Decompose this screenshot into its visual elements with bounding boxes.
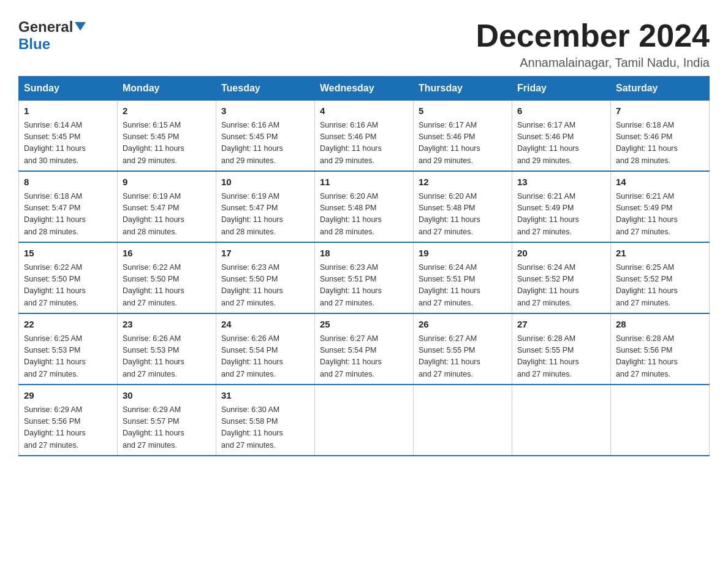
day-number: 10 (221, 175, 309, 190)
day-info: Sunrise: 6:26 AM Sunset: 5:54 PM Dayligh… (221, 333, 309, 381)
day-info: Sunrise: 6:21 AM Sunset: 5:49 PM Dayligh… (616, 191, 704, 239)
calendar-cell: 21 Sunrise: 6:25 AM Sunset: 5:52 PM Dayl… (611, 242, 710, 313)
day-info: Sunrise: 6:16 AM Sunset: 5:45 PM Dayligh… (221, 120, 309, 167)
day-info: Sunrise: 6:22 AM Sunset: 5:50 PM Dayligh… (123, 262, 211, 310)
calendar-cell: 24 Sunrise: 6:26 AM Sunset: 5:54 PM Dayl… (216, 313, 315, 385)
day-info: Sunrise: 6:16 AM Sunset: 5:46 PM Dayligh… (320, 120, 408, 167)
day-number: 8 (24, 175, 112, 190)
day-number: 15 (24, 247, 112, 261)
calendar-cell: 11 Sunrise: 6:20 AM Sunset: 5:48 PM Dayl… (315, 171, 414, 242)
day-number: 17 (221, 247, 309, 261)
logo-blue: Blue (18, 36, 50, 52)
calendar-week-4: 22 Sunrise: 6:25 AM Sunset: 5:53 PM Dayl… (19, 313, 710, 385)
day-info: Sunrise: 6:17 AM Sunset: 5:46 PM Dayligh… (419, 120, 507, 167)
calendar-cell: 10 Sunrise: 6:19 AM Sunset: 5:47 PM Dayl… (216, 171, 315, 242)
logo-general: General (18, 18, 73, 36)
day-number: 9 (123, 175, 211, 190)
calendar-header-friday: Friday (512, 77, 611, 101)
calendar-header-monday: Monday (118, 77, 216, 101)
day-info: Sunrise: 6:27 AM Sunset: 5:55 PM Dayligh… (419, 333, 507, 381)
calendar-header-tuesday: Tuesday (216, 77, 315, 101)
day-number: 13 (517, 175, 605, 190)
calendar-cell: 23 Sunrise: 6:26 AM Sunset: 5:53 PM Dayl… (118, 313, 216, 385)
calendar-cell: 18 Sunrise: 6:23 AM Sunset: 5:51 PM Dayl… (315, 242, 414, 313)
calendar-cell: 13 Sunrise: 6:21 AM Sunset: 5:49 PM Dayl… (512, 171, 611, 242)
calendar-cell: 15 Sunrise: 6:22 AM Sunset: 5:50 PM Dayl… (19, 242, 118, 313)
calendar-cell: 2 Sunrise: 6:15 AM Sunset: 5:45 PM Dayli… (118, 101, 216, 172)
day-number: 29 (24, 389, 112, 403)
calendar-cell: 28 Sunrise: 6:28 AM Sunset: 5:56 PM Dayl… (611, 313, 710, 385)
day-number: 26 (419, 318, 507, 332)
day-number: 23 (123, 318, 211, 332)
day-info: Sunrise: 6:19 AM Sunset: 5:47 PM Dayligh… (123, 191, 211, 239)
calendar-cell: 30 Sunrise: 6:29 AM Sunset: 5:57 PM Dayl… (118, 385, 216, 456)
calendar-week-2: 8 Sunrise: 6:18 AM Sunset: 5:47 PM Dayli… (19, 171, 710, 242)
day-number: 14 (616, 175, 704, 190)
day-info: Sunrise: 6:24 AM Sunset: 5:51 PM Dayligh… (419, 262, 507, 310)
day-number: 28 (616, 318, 704, 332)
calendar-cell (512, 385, 611, 456)
day-info: Sunrise: 6:22 AM Sunset: 5:50 PM Dayligh… (24, 262, 112, 310)
day-number: 2 (123, 104, 211, 118)
day-number: 19 (419, 247, 507, 261)
day-number: 7 (616, 104, 704, 118)
day-info: Sunrise: 6:29 AM Sunset: 5:57 PM Dayligh… (123, 404, 211, 452)
calendar-cell: 20 Sunrise: 6:24 AM Sunset: 5:52 PM Dayl… (512, 242, 611, 313)
calendar-cell: 14 Sunrise: 6:21 AM Sunset: 5:49 PM Dayl… (611, 171, 710, 242)
calendar-header-wednesday: Wednesday (315, 77, 414, 101)
calendar-cell: 6 Sunrise: 6:17 AM Sunset: 5:46 PM Dayli… (512, 101, 611, 172)
calendar-cell: 8 Sunrise: 6:18 AM Sunset: 5:47 PM Dayli… (19, 171, 118, 242)
day-info: Sunrise: 6:28 AM Sunset: 5:55 PM Dayligh… (517, 333, 605, 381)
calendar-week-1: 1 Sunrise: 6:14 AM Sunset: 5:45 PM Dayli… (19, 101, 710, 172)
day-number: 21 (616, 247, 704, 261)
day-number: 25 (320, 318, 408, 332)
calendar-week-5: 29 Sunrise: 6:29 AM Sunset: 5:56 PM Dayl… (19, 385, 710, 456)
page-title: December 2024 (476, 18, 710, 53)
day-number: 5 (419, 104, 507, 118)
day-info: Sunrise: 6:27 AM Sunset: 5:54 PM Dayligh… (320, 333, 408, 381)
day-number: 22 (24, 318, 112, 332)
day-info: Sunrise: 6:20 AM Sunset: 5:48 PM Dayligh… (419, 191, 507, 239)
calendar-cell: 3 Sunrise: 6:16 AM Sunset: 5:45 PM Dayli… (216, 101, 315, 172)
day-number: 6 (517, 104, 605, 118)
day-info: Sunrise: 6:18 AM Sunset: 5:47 PM Dayligh… (24, 191, 112, 239)
calendar-cell: 27 Sunrise: 6:28 AM Sunset: 5:55 PM Dayl… (512, 313, 611, 385)
day-info: Sunrise: 6:19 AM Sunset: 5:47 PM Dayligh… (221, 191, 309, 239)
day-info: Sunrise: 6:21 AM Sunset: 5:49 PM Dayligh… (517, 191, 605, 239)
day-info: Sunrise: 6:28 AM Sunset: 5:56 PM Dayligh… (616, 333, 704, 381)
calendar-header-row: SundayMondayTuesdayWednesdayThursdayFrid… (19, 77, 710, 101)
day-number: 12 (419, 175, 507, 190)
calendar-cell (315, 385, 414, 456)
day-number: 1 (24, 104, 112, 118)
calendar-cell: 22 Sunrise: 6:25 AM Sunset: 5:53 PM Dayl… (19, 313, 118, 385)
calendar-cell: 1 Sunrise: 6:14 AM Sunset: 5:45 PM Dayli… (19, 101, 118, 172)
calendar-cell: 29 Sunrise: 6:29 AM Sunset: 5:56 PM Dayl… (19, 385, 118, 456)
day-info: Sunrise: 6:14 AM Sunset: 5:45 PM Dayligh… (24, 120, 112, 167)
day-info: Sunrise: 6:18 AM Sunset: 5:46 PM Dayligh… (616, 120, 704, 167)
calendar-cell: 25 Sunrise: 6:27 AM Sunset: 5:54 PM Dayl… (315, 313, 414, 385)
day-info: Sunrise: 6:17 AM Sunset: 5:46 PM Dayligh… (517, 120, 605, 167)
calendar-cell: 4 Sunrise: 6:16 AM Sunset: 5:46 PM Dayli… (315, 101, 414, 172)
day-info: Sunrise: 6:20 AM Sunset: 5:48 PM Dayligh… (320, 191, 408, 239)
day-number: 24 (221, 318, 309, 332)
day-number: 31 (221, 389, 309, 403)
calendar-cell: 19 Sunrise: 6:24 AM Sunset: 5:51 PM Dayl… (414, 242, 512, 313)
calendar-cell: 26 Sunrise: 6:27 AM Sunset: 5:55 PM Dayl… (414, 313, 512, 385)
day-number: 20 (517, 247, 605, 261)
calendar-cell: 17 Sunrise: 6:23 AM Sunset: 5:50 PM Dayl… (216, 242, 315, 313)
calendar-table: SundayMondayTuesdayWednesdayThursdayFrid… (18, 76, 710, 456)
calendar-cell (611, 385, 710, 456)
day-number: 18 (320, 247, 408, 261)
day-number: 4 (320, 104, 408, 118)
day-info: Sunrise: 6:23 AM Sunset: 5:51 PM Dayligh… (320, 262, 408, 310)
calendar-header-thursday: Thursday (414, 77, 512, 101)
day-info: Sunrise: 6:26 AM Sunset: 5:53 PM Dayligh… (123, 333, 211, 381)
logo-triangle-icon (75, 22, 86, 31)
day-number: 16 (123, 247, 211, 261)
day-info: Sunrise: 6:15 AM Sunset: 5:45 PM Dayligh… (123, 120, 211, 167)
day-info: Sunrise: 6:25 AM Sunset: 5:52 PM Dayligh… (616, 262, 704, 310)
day-number: 27 (517, 318, 605, 332)
calendar-cell: 16 Sunrise: 6:22 AM Sunset: 5:50 PM Dayl… (118, 242, 216, 313)
logo: General Blue (18, 18, 86, 53)
day-info: Sunrise: 6:30 AM Sunset: 5:58 PM Dayligh… (221, 404, 309, 452)
